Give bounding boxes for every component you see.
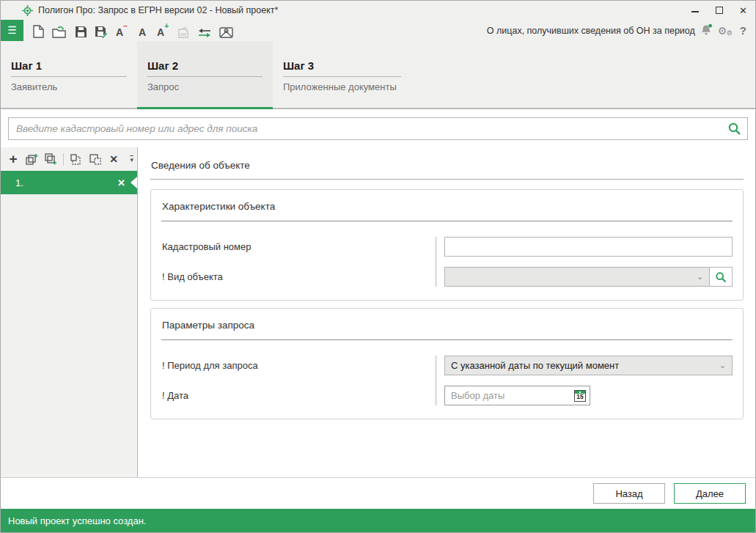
field-row-cadastral-number: Кадастровый номер [161, 237, 733, 257]
calendar-icon: 15 [574, 390, 586, 402]
field-rows: ! Период для запроса С указанной даты по… [161, 356, 733, 405]
toolbar-overflow-icon[interactable]: ▾ [130, 155, 133, 163]
main-area: + ✕ ▾ 1. ✕ [1, 147, 755, 477]
title-bar: Полигон Про: Запрос в ЕГРН версии 02 - Н… [1, 1, 755, 20]
calendar-button[interactable]: 15 [574, 390, 586, 402]
field-label: ! Дата [161, 390, 435, 401]
settings-gear-icon[interactable]: ⚙⚙ [718, 26, 733, 36]
label-field-divider [435, 237, 437, 287]
tab-step-subtitle: Запрос [147, 81, 263, 92]
combo-value: С указанной даты по текущий момент [451, 360, 619, 371]
toolbar-icons: A− A A+ [32, 23, 233, 38]
group-title: Характеристики объекта [161, 199, 733, 221]
main-toolbar: ☰ A− A A+ [1, 20, 755, 41]
date-field: 15 [444, 386, 590, 405]
copy-object-below-icon[interactable] [44, 152, 57, 166]
form-content: Сведения об объекте Характеристики объек… [138, 147, 755, 477]
menu-button[interactable]: ☰ [1, 20, 23, 41]
tab-step-2[interactable]: Шаг 2 Запрос [137, 41, 273, 108]
export-xml-icon-disabled[interactable] [177, 23, 190, 38]
app-logo-icon [22, 5, 33, 16]
open-project-icon[interactable] [52, 23, 67, 38]
copy-icon[interactable] [70, 153, 83, 166]
paste-icon[interactable] [89, 153, 102, 166]
font-increase-icon[interactable]: A+ [156, 23, 169, 38]
tab-step-title: Шаг 3 [283, 59, 401, 77]
exchange-icon[interactable] [197, 23, 212, 38]
save-as-icon[interactable] [95, 23, 108, 38]
group-object-characteristics: Характеристики объекта Кадастровый номер… [150, 189, 744, 301]
minimize-icon [691, 11, 699, 12]
next-button[interactable]: Далее [674, 483, 746, 504]
add-object-icon[interactable]: + [7, 153, 19, 165]
field-label: ! Период для запроса [161, 360, 435, 371]
tab-step-title: Шаг 1 [11, 59, 127, 77]
search-box [8, 117, 748, 140]
tab-step-subtitle: Приложенные документы [283, 81, 401, 92]
delete-object-icon[interactable]: ✕ [108, 153, 120, 165]
footer-bar: Назад Далее [1, 477, 755, 509]
field-row-object-kind: ! Вид объекта ⌄ [161, 267, 733, 287]
tab-step-3[interactable]: Шаг 3 Приложенные документы [273, 41, 411, 108]
period-select[interactable]: С указанной даты по текущий момент ⌄ [444, 356, 733, 375]
page-title: Сведения об объекте [150, 155, 744, 180]
search-input[interactable] [9, 123, 721, 134]
maximize-icon [716, 7, 723, 14]
notification-text: О лицах, получивших сведения об ОН за пе… [487, 26, 695, 36]
mail-icon[interactable] [219, 23, 233, 38]
field-row-period: ! Период для запроса С указанной даты по… [161, 356, 733, 375]
object-kind-select[interactable]: ⌄ [444, 267, 710, 287]
chevron-down-icon: ⌄ [697, 273, 703, 281]
label-field-divider [435, 356, 437, 405]
back-button[interactable]: Назад [593, 483, 665, 504]
object-list-item-1[interactable]: 1. ✕ [1, 171, 137, 194]
field-rows: Кадастровый номер ! Вид объекта ⌄ [161, 237, 733, 287]
group-title: Параметры запроса [161, 318, 733, 340]
tab-step-subtitle: Заявитель [11, 81, 127, 92]
object-kind-search-button[interactable] [710, 267, 733, 287]
window-title: Полигон Про: Запрос в ЕГРН версии 02 - Н… [38, 5, 278, 15]
help-icon[interactable]: ? [738, 24, 749, 37]
status-message: Новый проект успешно создан. [8, 515, 146, 526]
toolbar-right: О лицах, получивших сведения об ОН за пе… [487, 23, 755, 38]
font-decrease-icon[interactable]: A− [115, 23, 128, 38]
save-icon[interactable] [74, 23, 87, 38]
date-input[interactable] [451, 390, 574, 401]
step-tabs: Шаг 1 Заявитель Шаг 2 Запрос Шаг 3 Прило… [1, 41, 755, 108]
app-window: Полигон Про: Запрос в ЕГРН версии 02 - Н… [0, 0, 756, 533]
field-label: Кадастровый номер [161, 241, 435, 252]
status-bar: Новый проект успешно создан. [1, 509, 755, 532]
tab-step-title: Шаг 2 [147, 59, 263, 77]
font-default-icon[interactable]: A [136, 23, 149, 38]
search-bar [1, 109, 755, 147]
cadastral-number-input[interactable] [444, 237, 733, 257]
window-controls: ✕ [683, 1, 755, 20]
chevron-down-icon: ⌄ [719, 361, 726, 370]
maximize-button[interactable] [707, 1, 731, 20]
close-button[interactable]: ✕ [731, 1, 755, 20]
toolbar-separator [63, 153, 64, 166]
duplicate-object-icon[interactable] [25, 153, 38, 166]
search-button[interactable] [721, 118, 747, 139]
field-row-date: ! Дата 15 [161, 386, 733, 405]
calendar-day: 15 [576, 393, 583, 401]
minimize-button[interactable] [683, 1, 707, 20]
field-label: ! Вид объекта [161, 271, 435, 282]
object-list-toolbar: + ✕ ▾ [1, 147, 137, 171]
object-item-label: 1. [15, 177, 23, 188]
object-item-close-icon[interactable]: ✕ [117, 177, 125, 188]
tab-step-1[interactable]: Шаг 1 Заявитель [1, 41, 137, 108]
bell-icon[interactable] [700, 23, 713, 38]
group-request-parameters: Параметры запроса ! Период для запроса С… [150, 308, 744, 419]
selection-notch [131, 177, 137, 188]
object-list-panel: + ✕ ▾ 1. ✕ [1, 147, 138, 477]
new-document-icon[interactable] [32, 23, 45, 38]
